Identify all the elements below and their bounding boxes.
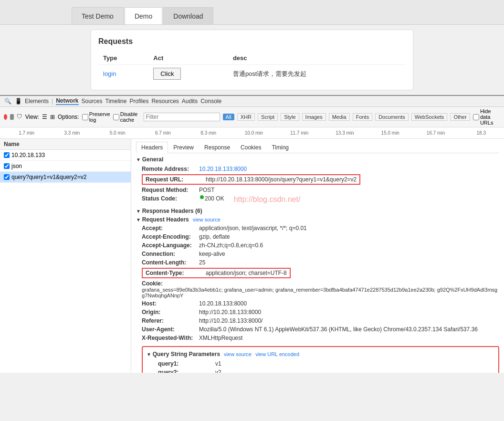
query-params-view-url-encoded[interactable]: view URL encoded: [255, 351, 299, 357]
nav-timeline[interactable]: Timeline: [105, 98, 127, 105]
request-headers-row: Request Headers view source: [136, 216, 499, 223]
devtools-toolbar: ⛉ View: ☰ ⊞ Options: Preserve log Disabl…: [0, 107, 504, 127]
filter-all-button[interactable]: All: [223, 114, 234, 120]
detail-tab-preview[interactable]: Preview: [168, 142, 199, 153]
status-code-val: 200 OK: [205, 195, 224, 204]
status-code-row: Status Code: 200 OK http://blog.csdn.net…: [136, 194, 499, 205]
request-url-val: http://10.20.18.133:8000/json/query?quer…: [206, 176, 357, 183]
inspect-icon[interactable]: 📱: [14, 97, 22, 105]
filter-media-button[interactable]: Media: [329, 113, 350, 121]
nav-profiles[interactable]: Profiles: [129, 98, 148, 105]
nav-resources[interactable]: Resources: [151, 98, 178, 105]
connection-val: keep-alive: [199, 251, 225, 257]
query-params-view-source[interactable]: view source: [224, 351, 252, 357]
nav-elements[interactable]: Elements: [25, 98, 49, 105]
host-key: Host:: [142, 300, 199, 307]
list-item-0[interactable]: 10.20.18.133: [0, 150, 131, 161]
requests-table: Type Act desc login Click 普通post请求，需要先发起: [98, 52, 406, 83]
useragent-val: Mozilla/5.0 (Windows NT 6.1) AppleWebKit…: [199, 326, 478, 333]
request-headers-header[interactable]: Request Headers: [136, 216, 189, 223]
nav-console[interactable]: Console: [200, 98, 221, 105]
watermark-text: http://blog.csdn.net/: [234, 195, 301, 204]
timeline-marker-4: 8.3 min: [186, 130, 231, 136]
filter-xhr-button[interactable]: XHR: [237, 113, 255, 121]
detail-tab-cookies[interactable]: Cookies: [235, 142, 266, 153]
filter-fonts-button[interactable]: Fonts: [353, 113, 373, 121]
list-item-checkbox-0[interactable]: [4, 152, 10, 158]
detail-tab-headers[interactable]: Headers: [136, 142, 168, 153]
origin-row: Origin: http://10.20.18.133:8000: [136, 308, 499, 316]
filter-websockets-button[interactable]: WebSockets: [411, 113, 448, 121]
remote-address-row: Remote Address: 10.20.18.133:8000: [136, 165, 499, 173]
devtools-topbar: 🔍 📱 Elements | Network Sources Timeline …: [0, 95, 504, 107]
click-button[interactable]: Click: [153, 68, 181, 80]
list-item-label-0: 10.20.18.133: [11, 152, 45, 158]
query2-key: query2:: [158, 369, 215, 373]
request-method-row: Request Method: POST: [136, 186, 499, 194]
tab-demo[interactable]: Demo: [125, 7, 162, 24]
request-headers-view-source[interactable]: view source: [193, 217, 220, 222]
list-item-label-2: query?query1=v1&query2=v2: [11, 174, 86, 180]
col-act: Act: [148, 52, 228, 65]
timeline-marker-9: 16.7 min: [413, 130, 458, 136]
filter-style-button[interactable]: Style: [281, 113, 299, 121]
nav-sources[interactable]: Sources: [82, 98, 103, 105]
list-item-1[interactable]: json: [0, 161, 131, 172]
response-headers-section[interactable]: Response Headers (6): [136, 208, 499, 214]
network-list-header: Name: [0, 139, 131, 150]
useragent-row: User-Agent: Mozilla/5.0 (Windows NT 6.1)…: [136, 325, 499, 334]
query-params-header[interactable]: Query String Parameters: [147, 351, 220, 358]
filter-input[interactable]: [144, 113, 220, 121]
query1-val: v1: [215, 360, 221, 367]
list-item-checkbox-2[interactable]: [4, 174, 10, 180]
timeline-marker-8: 15.0 min: [368, 130, 413, 136]
record-button[interactable]: [4, 114, 7, 120]
top-tab-bar: Test Demo Demo Download: [0, 0, 504, 25]
status-green-dot: [200, 195, 204, 199]
filter-documents-button[interactable]: Documents: [375, 113, 409, 121]
filter-images-button[interactable]: Images: [302, 113, 326, 121]
tree-view-icon[interactable]: ⊞: [50, 114, 55, 120]
referer-val: http://10.20.18.133:8000/: [199, 317, 262, 324]
network-list: Name 10.20.18.133 json query?query1=v1&q…: [0, 139, 131, 373]
filter-icon[interactable]: ⛉: [17, 114, 22, 120]
xrequested-val: XMLHttpRequest: [199, 335, 242, 341]
host-row: Host: 10.20.18.133:8000: [136, 299, 499, 308]
referer-row: Referer: http://10.20.18.133:8000/: [136, 316, 499, 325]
tab-download[interactable]: Download: [163, 7, 213, 24]
stop-button[interactable]: [10, 114, 13, 120]
list-view-icon[interactable]: ☰: [42, 114, 47, 120]
search-icon[interactable]: 🔍: [4, 97, 11, 105]
accept-key: Accept:: [142, 225, 199, 232]
hide-data-urls-checkbox[interactable]: [473, 114, 479, 120]
query-params-box: Query String Parameters view source view…: [142, 346, 499, 373]
request-method-val: POST: [199, 187, 215, 193]
view-label: View:: [25, 114, 39, 120]
origin-key: Origin:: [142, 309, 199, 316]
list-item-2[interactable]: query?query1=v1&query2=v2: [0, 172, 131, 183]
accept-encoding-row: Accept-Encoding: gzip, deflate: [136, 232, 499, 241]
nav-audits[interactable]: Audits: [182, 98, 198, 105]
preserve-log-checkbox[interactable]: [82, 114, 88, 120]
accept-row: Accept: application/json, text/javascrip…: [136, 224, 499, 232]
content-length-val: 25: [199, 259, 205, 266]
status-code-key: Status Code:: [142, 195, 199, 204]
detail-tab-timing[interactable]: Timing: [266, 142, 294, 153]
filter-script-button[interactable]: Script: [258, 113, 278, 121]
list-item-label-1: json: [11, 163, 22, 169]
query2-row: query2: v2: [147, 368, 494, 373]
disable-cache-checkbox[interactable]: [113, 114, 119, 120]
timeline-markers: 1.7 min 3.3 min 5.0 min 6.7 min 8.3 min …: [0, 130, 504, 136]
list-item-checkbox-1[interactable]: [4, 163, 10, 169]
options-label: Options:: [58, 114, 79, 120]
login-link[interactable]: login: [103, 70, 116, 77]
content-length-row: Content-Length: 25: [136, 258, 499, 267]
tab-test-demo[interactable]: Test Demo: [72, 7, 124, 24]
preserve-log-label: Preserve log: [82, 111, 110, 123]
remote-address-val: 10.20.18.133:8000: [199, 166, 247, 172]
detail-tab-response[interactable]: Response: [199, 142, 235, 153]
filter-other-button[interactable]: Other: [450, 113, 470, 121]
query1-row: query1: v1: [147, 359, 494, 368]
general-section-header[interactable]: General: [136, 156, 499, 163]
nav-network[interactable]: Network: [56, 97, 78, 105]
